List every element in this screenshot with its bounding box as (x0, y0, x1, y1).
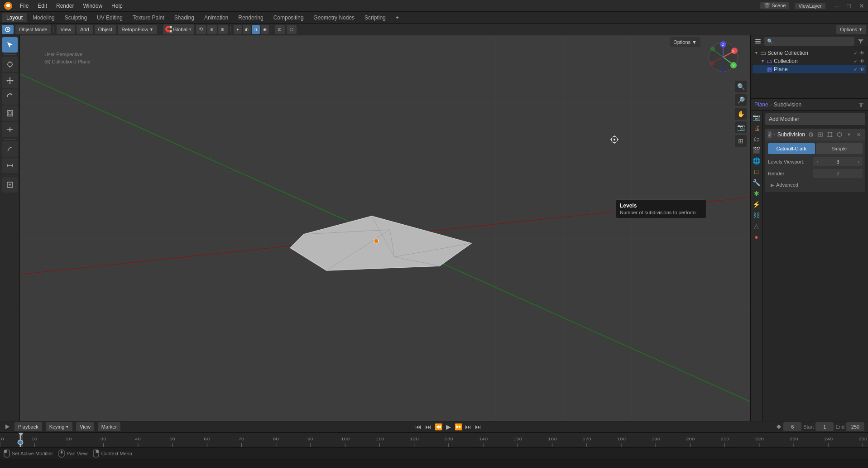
modifier-realtime-icon[interactable] (807, 130, 815, 139)
properties-filter-icon[interactable] (858, 101, 864, 108)
scene-selector[interactable]: 🎬 Scene (760, 2, 789, 9)
menu-edit[interactable]: Edit (36, 2, 49, 10)
prop-icon-object[interactable]: □ (752, 167, 762, 177)
outliner-filter-icon[interactable] (857, 38, 864, 45)
tab-animation[interactable]: Animation (200, 13, 233, 22)
jump-back-btn[interactable]: ⏭ (424, 422, 433, 431)
start-frame-input[interactable] (815, 422, 834, 431)
toolbar-add-btn[interactable] (2, 177, 18, 193)
jump-end-btn[interactable]: ⏭ (474, 422, 483, 431)
add-modifier-btn[interactable]: Add Modifier (765, 113, 865, 125)
outliner-scene-collection[interactable]: ▼ 🗃 Scene Collection ✓ 👁 (753, 49, 866, 57)
tab-sculpting[interactable]: Sculpting (60, 13, 91, 22)
end-frame-input[interactable] (846, 422, 864, 431)
modifier-cage-icon[interactable] (835, 130, 844, 139)
viewport-options-btn[interactable]: Options ▼ (670, 37, 700, 47)
xray-btn[interactable]: ⬡ (287, 25, 297, 34)
jump-start-btn[interactable]: ⏮ (414, 422, 423, 431)
prop-icon-view[interactable]: 🗂 (752, 134, 762, 144)
zoom-in-icon[interactable]: 🔍 (735, 81, 747, 92)
toolbar-scale-btn[interactable] (2, 106, 18, 121)
prop-icon-modifiers[interactable]: 🔧 (752, 178, 762, 188)
marker-menu-btn[interactable]: Marker (98, 422, 120, 431)
toolbar-annotate-btn[interactable] (2, 141, 18, 157)
levels-viewport-decrease-btn[interactable]: ‹ (813, 157, 821, 166)
scene-collection-eye-icon[interactable]: 👁 (859, 50, 864, 56)
modifier-close-icon[interactable]: ✕ (854, 130, 863, 139)
toolbar-rotate-btn[interactable] (2, 89, 18, 105)
add-menu-btn[interactable]: Add (77, 25, 93, 34)
collection-eye-icon[interactable]: 👁 (859, 58, 864, 64)
prop-icon-particles[interactable]: ✱ (752, 188, 762, 198)
menu-help[interactable]: Help (110, 2, 125, 10)
modifier-render-icon[interactable] (816, 130, 825, 139)
pan-icon[interactable]: ✋ (735, 108, 747, 120)
viewlayer-selector[interactable]: ViewLayer (795, 3, 825, 9)
advanced-section-header[interactable]: ▶ Advanced (768, 180, 863, 189)
prop-icon-output[interactable]: 🖨 (752, 123, 762, 133)
levels-viewport-increase-btn[interactable]: › (854, 157, 863, 166)
frame-ruler[interactable]: 0 10 20 30 40 50 60 70 80 90 100 110 120 (0, 433, 868, 447)
step-back-btn[interactable]: ⏪ (434, 422, 443, 431)
keying-menu-btn[interactable]: Keying▼ (46, 422, 73, 431)
play-btn[interactable]: ▶ (444, 422, 453, 431)
outliner-plane[interactable]: ▦ Plane ✓ 👁 (753, 65, 866, 73)
ortho-view-icon[interactable]: ⊞ (735, 135, 747, 147)
viewport-shade-btn-4[interactable]: ◉ (261, 25, 269, 34)
viewport-shade-btn-2[interactable]: ◐ (243, 25, 251, 34)
toolbar-move-btn[interactable] (2, 73, 18, 88)
tab-texture-paint[interactable]: Texture Paint (128, 13, 169, 22)
prop-icon-data[interactable]: △ (752, 221, 762, 231)
camera-view-icon[interactable]: 📷 (735, 121, 747, 133)
collection-checkbox[interactable]: ✓ (854, 58, 858, 64)
window-maximize[interactable]: □ (847, 2, 851, 10)
scene-collection-checkbox[interactable]: ✓ (854, 50, 858, 56)
jump-forward-btn[interactable]: ⏭ (464, 422, 473, 431)
transform-btn-2[interactable]: ⊕ (207, 25, 217, 34)
retopoflow-btn[interactable]: RetopoFlow ▼ (118, 25, 157, 34)
menu-window[interactable]: Window (81, 2, 104, 10)
playback-menu-btn[interactable]: Playback (14, 422, 42, 431)
tab-layout[interactable]: Layout (2, 13, 27, 22)
tab-scripting[interactable]: Scripting (360, 13, 390, 22)
viewport-shade-btn-3[interactable]: ◑ (252, 25, 260, 34)
prop-icon-physics[interactable]: ⚡ (752, 199, 762, 209)
step-forward-btn[interactable]: ⏩ (454, 422, 463, 431)
plane-eye-icon[interactable]: 👁 (859, 67, 864, 72)
modifier-options-icon[interactable]: ▼ (845, 130, 853, 139)
transform-btn-3[interactable]: ⊞ (218, 25, 228, 34)
modifier-editmode-icon[interactable] (826, 130, 834, 139)
tab-geometry-nodes[interactable]: Geometry Nodes (309, 13, 359, 22)
current-frame-input[interactable] (783, 422, 801, 431)
prop-icon-scene[interactable]: 🎬 (752, 145, 762, 155)
viewport-shade-btn-1[interactable]: ● (234, 25, 242, 34)
zoom-out-icon[interactable]: 🔎 (735, 94, 747, 106)
view-menu-btn[interactable]: View (57, 25, 75, 34)
mode-selector-btn[interactable]: Object Mode (15, 25, 51, 34)
toolbar-select-btn[interactable] (2, 37, 18, 53)
tab-rendering[interactable]: Rendering (234, 13, 268, 22)
menu-file[interactable]: File (18, 2, 30, 10)
modifier-enable-checkbox[interactable]: ✓ (768, 131, 772, 138)
tab-modeling[interactable]: Modeling (28, 13, 59, 22)
options-dropdown-btn[interactable]: Options ▼ (836, 25, 866, 34)
toolbar-transform-btn[interactable] (2, 122, 18, 137)
plane-checkbox[interactable]: ✓ (854, 67, 858, 72)
tab-uv-editing[interactable]: UV Editing (92, 13, 127, 22)
simple-btn[interactable]: Simple (816, 143, 863, 154)
toolbar-measure-btn[interactable] (2, 158, 18, 173)
outliner-collection[interactable]: ▼ 🗃 Collection ✓ 👁 (753, 57, 866, 65)
tab-add[interactable]: + (391, 13, 403, 22)
tab-shading[interactable]: Shading (170, 13, 199, 22)
overlay-btn[interactable]: ⊡ (275, 25, 285, 34)
prop-icon-render[interactable]: 📷 (752, 112, 762, 122)
transform-btn-1[interactable]: ⟲ (196, 25, 206, 34)
prop-icon-material[interactable]: ● (752, 232, 762, 242)
window-minimize[interactable]: ─ (834, 2, 839, 10)
mode-icon-btn[interactable] (2, 25, 14, 34)
tab-compositing[interactable]: Compositing (269, 13, 308, 22)
prop-icon-world[interactable]: 🌐 (752, 156, 762, 166)
prop-icon-constraints[interactable]: ⛓ (752, 210, 762, 220)
outliner-search-input[interactable] (764, 37, 854, 46)
window-close[interactable]: ✕ (859, 2, 864, 10)
